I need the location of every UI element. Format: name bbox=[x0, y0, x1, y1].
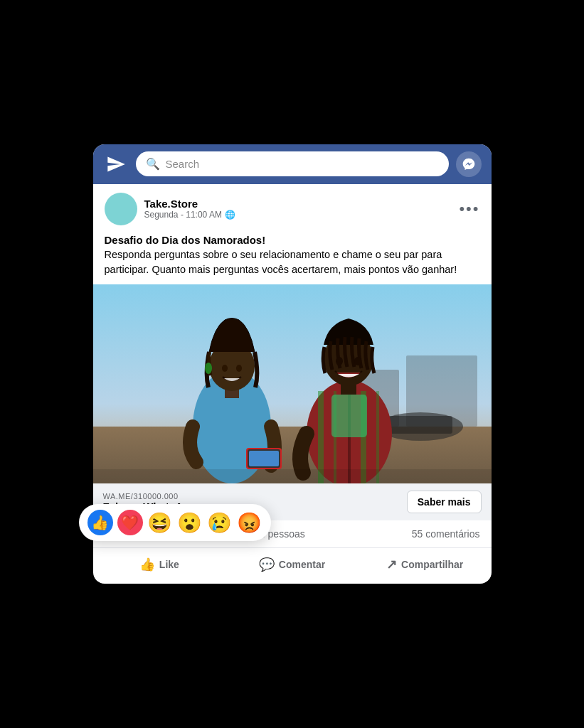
share-button[interactable]: ↗ Compartilhar bbox=[359, 551, 492, 578]
search-bar[interactable]: 🔍 Search bbox=[136, 151, 449, 176]
svg-rect-26 bbox=[93, 469, 492, 483]
post-author-name[interactable]: Take.Store bbox=[144, 198, 235, 210]
post-title: Desafio do Dia dos Namorados! bbox=[105, 232, 480, 248]
wow-emoji-button[interactable]: 😮 bbox=[177, 510, 203, 535]
svg-point-25 bbox=[354, 357, 361, 365]
post-author-section: Take.Store Segunda - 11:00 AM 🌐 bbox=[105, 193, 235, 225]
send-icon bbox=[106, 154, 126, 174]
svg-rect-14 bbox=[249, 451, 279, 466]
heart-emoji-icon: ❤️ bbox=[121, 514, 139, 531]
comment-label: Comentar bbox=[279, 559, 325, 570]
haha-emoji-button[interactable]: 😆 bbox=[147, 510, 173, 535]
emoji-reaction-popup[interactable]: 👍 ❤️ 😆 😮 😢 😡 bbox=[79, 504, 271, 541]
post-container: Take.Store Segunda - 11:00 AM 🌐 ••• Desa… bbox=[93, 184, 492, 278]
messenger-icon bbox=[462, 157, 476, 171]
heart-emoji-button[interactable]: ❤️ bbox=[117, 510, 143, 535]
post-header: Take.Store Segunda - 11:00 AM 🌐 ••• bbox=[105, 193, 480, 225]
search-placeholder: Search bbox=[166, 158, 200, 170]
svg-point-9 bbox=[205, 363, 212, 374]
like-emoji-icon: 👍 bbox=[91, 514, 109, 531]
phone-frame: 🔍 Search Take.Store Segunda - 11:00 AM 🌐 bbox=[93, 144, 492, 584]
search-icon: 🔍 bbox=[146, 157, 160, 171]
ad-learn-more-button[interactable]: Saber mais bbox=[407, 491, 482, 513]
svg-point-10 bbox=[222, 365, 228, 372]
facebook-home-icon[interactable] bbox=[103, 151, 129, 177]
share-label: Compartilhar bbox=[401, 559, 463, 570]
svg-point-24 bbox=[336, 357, 343, 365]
post-text: Desafio do Dia dos Namorados! Responda p… bbox=[105, 232, 480, 278]
action-buttons: 👍 Like 💬 Comentar ↗ Compartilhar bbox=[93, 548, 492, 584]
author-avatar[interactable] bbox=[105, 193, 137, 225]
sad-emoji-button[interactable]: 😢 bbox=[207, 510, 233, 535]
sad-emoji-icon: 😢 bbox=[207, 511, 232, 535]
svg-rect-5 bbox=[388, 416, 452, 434]
like-emoji-button[interactable]: 👍 bbox=[87, 510, 113, 535]
comment-button[interactable]: 💬 Comentar bbox=[225, 551, 359, 578]
post-image-svg bbox=[93, 284, 492, 483]
facebook-topbar: 🔍 Search bbox=[93, 144, 492, 184]
post-time: Segunda - 11:00 AM 🌐 bbox=[144, 210, 235, 220]
angry-emoji-icon: 😡 bbox=[237, 511, 262, 535]
post-body: Responda perguntas sobre o seu relaciona… bbox=[105, 247, 480, 277]
svg-rect-21 bbox=[331, 395, 367, 437]
post-image[interactable] bbox=[93, 284, 492, 483]
like-icon: 👍 bbox=[139, 557, 155, 572]
post-meta: Take.Store Segunda - 11:00 AM 🌐 bbox=[144, 198, 235, 220]
comment-icon: 💬 bbox=[259, 557, 275, 572]
ad-url: WA.ME/310000.000 bbox=[103, 492, 196, 500]
angry-emoji-button[interactable]: 😡 bbox=[237, 510, 262, 535]
wow-emoji-icon: 😮 bbox=[177, 511, 202, 535]
messenger-button[interactable] bbox=[456, 151, 482, 177]
post-more-options[interactable]: ••• bbox=[459, 201, 479, 217]
share-icon: ↗ bbox=[386, 557, 397, 572]
like-button[interactable]: 👍 Like bbox=[93, 551, 226, 578]
globe-icon: 🌐 bbox=[225, 210, 235, 220]
svg-point-11 bbox=[236, 365, 242, 372]
haha-emoji-icon: 😆 bbox=[147, 511, 172, 535]
comments-count[interactable]: 55 comentários bbox=[412, 528, 480, 540]
like-label: Like bbox=[159, 559, 179, 570]
